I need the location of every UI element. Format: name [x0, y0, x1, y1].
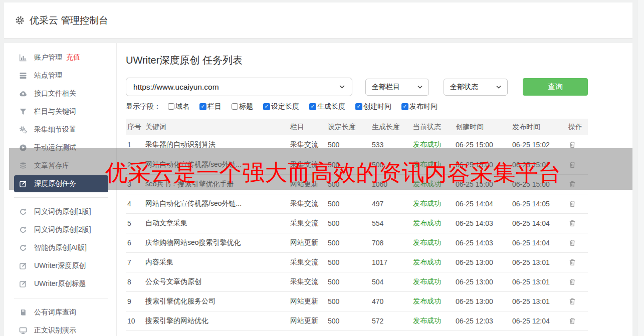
cell-gen_len: 504 [370, 272, 411, 291]
cell-keyword: 采集器的自动识别算法 [144, 135, 289, 155]
delete-button[interactable] [568, 317, 576, 325]
site-select[interactable]: https://www.ucaiyun.com [126, 78, 352, 96]
field-checkbox-创建时间[interactable]: ✓创建时间 [355, 102, 391, 111]
field-checkbox-label: 生成长度 [317, 102, 345, 111]
table-row: 8公众号文章伪原创采集交流500504发布成功06-25 13:0006-25 … [126, 272, 588, 291]
sidebar-item-智能伪原创[AI版][interactable]: 智能伪原创[AI版] [4, 239, 116, 257]
sidebar-item-接口文件相关[interactable]: 接口文件相关 [4, 85, 116, 103]
sidebar-divider [14, 197, 108, 198]
cell-actions [567, 252, 588, 272]
sidebar-item-公有词库查询[interactable]: 公有词库查询 [4, 303, 116, 321]
cell-status: 发布成功 [411, 155, 454, 174]
refresh-icon [19, 226, 28, 234]
checkbox-unchecked-icon[interactable] [168, 103, 174, 110]
field-checkbox-label: 设定长度 [271, 102, 299, 111]
gears-icon [19, 126, 28, 134]
chevron-down-icon [339, 85, 345, 89]
cell-category: 采集交流 [289, 155, 326, 174]
cell-published: 06-25 12:04 [511, 311, 567, 330]
cell-gen_len: 1060 [370, 174, 411, 194]
sidebar-item-站点管理[interactable]: 站点管理 [4, 67, 116, 85]
cell-category: 网站更新 [289, 291, 326, 311]
cell-gen_len: 572 [370, 311, 411, 330]
sidebar-item-label: UWriter深度原创 [34, 261, 86, 270]
cell-created: 06-25 14:03 [454, 233, 511, 252]
checkbox-checked-icon[interactable]: ✓ [309, 103, 316, 110]
cell-keyword: 搜索引擎的网站优化 [144, 311, 289, 330]
checkbox-checked-icon[interactable]: ✓ [401, 103, 408, 110]
field-checkbox-栏目[interactable]: ✓栏目 [199, 102, 222, 111]
field-checkbox-label: 域名 [175, 102, 189, 111]
cell-set_len: 500 [326, 155, 370, 174]
table-row: 6庆华购物网站seo搜索引擎优化网站更新500708发布成功06-25 14:0… [126, 233, 588, 252]
sidebar-item-同义词伪原创[1版][interactable]: 同义词伪原创[1版] [4, 203, 116, 221]
cell-created: 06-25 13:00 [454, 291, 511, 311]
cell-category: 网站更新 [289, 311, 326, 330]
column-select[interactable]: 全部栏目 [365, 79, 429, 96]
delete-button[interactable] [568, 258, 576, 266]
sidebar-item-深度原创任务[interactable]: 深度原创任务 [14, 175, 108, 192]
sidebar-item-手动运行测试[interactable]: 手动运行测试 [4, 139, 116, 157]
cell-keyword: 网站自动化宣传机器/seo外链... [144, 155, 289, 174]
field-checkbox-label: 标题 [239, 102, 253, 111]
column-header: 关键词 [144, 119, 289, 135]
cell-published: 06-25 15:01 [511, 155, 567, 174]
sidebar-item-UWriter深度原创[interactable]: UWriter深度原创 [4, 257, 116, 275]
sidebar-item-采集细节设置[interactable]: 采集细节设置 [4, 121, 116, 139]
field-checkbox-生成长度[interactable]: ✓生成长度 [309, 102, 345, 111]
field-checkbox-设定长度[interactable]: ✓设定长度 [263, 102, 299, 111]
cell-category: 采集交流 [289, 272, 326, 291]
sidebar-item-label: 站点管理 [34, 71, 62, 80]
delete-button[interactable] [568, 200, 576, 208]
delete-button[interactable] [568, 219, 576, 227]
sidebar-item-UWriter原创标题[interactable]: UWriter原创标题 [4, 275, 116, 293]
checkbox-unchecked-icon[interactable] [232, 103, 238, 110]
sidebar-item-账户管理[interactable]: 账户管理充值 [4, 49, 116, 67]
sidebar-item-栏目与关键词[interactable]: 栏目与关键词 [4, 103, 116, 121]
checkbox-checked-icon[interactable]: ✓ [263, 103, 270, 110]
table-row: 10搜索引擎的网站优化网站更新500572发布成功06-25 12:0306-2… [126, 311, 588, 330]
column-header: 栏目 [289, 119, 326, 135]
field-checkbox-发布时间[interactable]: ✓发布时间 [401, 102, 438, 111]
status-select[interactable]: 全部状态 [444, 79, 508, 96]
scrollbar-gutter[interactable] [637, 0, 644, 336]
delete-button[interactable] [568, 180, 576, 188]
checkbox-checked-icon[interactable]: ✓ [355, 103, 362, 110]
cell-status: 发布成功 [411, 213, 454, 233]
field-checkbox-label: 栏目 [207, 102, 222, 111]
cell-actions [567, 272, 588, 291]
cell-gen_len: 500 [370, 155, 411, 174]
field-checkbox-标题[interactable]: 标题 [232, 102, 253, 111]
checkbox-checked-icon[interactable]: ✓ [199, 103, 206, 110]
delete-button[interactable] [568, 297, 576, 305]
field-checkbox-域名[interactable]: 域名 [168, 102, 189, 111]
sidebar-item-同义词伪原创[2版][interactable]: 同义词伪原创[2版] [4, 221, 116, 239]
cell-set_len: 500 [326, 311, 370, 330]
delete-button[interactable] [568, 239, 576, 247]
cell-published: 06-25 13:01 [511, 252, 567, 272]
sidebar-divider [14, 298, 108, 298]
table-row: 7内容采集采集交流5001017发布成功06-25 13:0006-25 13:… [126, 252, 588, 272]
search-button[interactable]: 查询 [523, 78, 588, 96]
cell-no: 5 [126, 213, 144, 233]
table-header-row: 序号关键词栏目设定长度生成长度当前状态创建时间发布时间操作 [126, 119, 588, 135]
cell-published: 06-25 13:01 [511, 291, 567, 311]
display-fields-row: 显示字段： 域名✓栏目标题✓设定长度✓生成长度✓创建时间✓发布时间 [126, 102, 632, 111]
cell-published: 06-25 15:02 [511, 135, 567, 155]
cell-created: 06-25 13:00 [454, 272, 511, 291]
field-checkbox-label: 创建时间 [363, 102, 391, 111]
chevron-down-icon [496, 86, 501, 89]
column-header: 设定长度 [326, 119, 370, 135]
cell-keyword: 网站自动化宣传机器/seo外链... [144, 194, 289, 213]
cell-actions [567, 291, 588, 311]
table-row: 3seo兵书：搜索引擎优化手册网站更新5001060发布成功06-25 15:0… [126, 174, 588, 194]
sidebar-item-文章暂存库[interactable]: 文章暂存库 [4, 157, 116, 175]
cloud-upload-icon [19, 90, 28, 98]
delete-button[interactable] [568, 161, 576, 169]
recharge-badge[interactable]: 充值 [66, 53, 80, 62]
cell-keyword: 庆华购物网站seo搜索引擎优化 [144, 233, 289, 252]
delete-button[interactable] [568, 278, 576, 286]
sidebar-item-正文识别演示[interactable]: 正文识别演示 [4, 321, 116, 336]
delete-button[interactable] [568, 141, 576, 149]
column-select-value: 全部栏目 [372, 83, 400, 92]
